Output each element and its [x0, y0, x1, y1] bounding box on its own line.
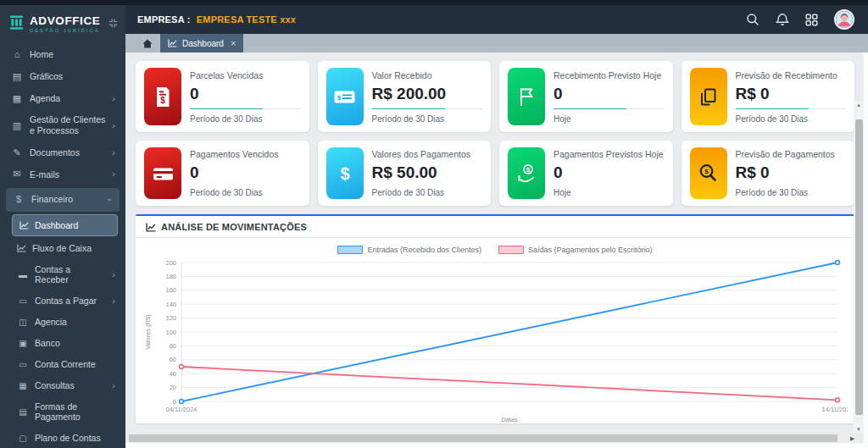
card-caption: Período de 30 Dias: [736, 188, 847, 197]
apps-grid-icon[interactable]: [805, 14, 818, 26]
card-value: 0: [190, 85, 301, 103]
sidebar-item-graficos[interactable]: ▤ Gráficos: [0, 66, 125, 88]
y-tick-label: 40: [170, 370, 176, 378]
sidebar-item-fluxo-de-caixa[interactable]: Fluxo de Caixa: [0, 238, 125, 259]
scroll-right-arrow[interactable]: ▶: [850, 435, 854, 442]
data-point: [180, 365, 184, 369]
search-icon[interactable]: [746, 13, 760, 26]
legend-label: Saídas (Pagamentos pelo Escritório): [528, 246, 653, 254]
money-icon: ▬: [17, 270, 29, 279]
sidebar-item-banco[interactable]: ▣ Banco: [0, 333, 125, 354]
sidebar-item-label: Agenda: [30, 93, 105, 104]
chart-icon: [17, 244, 26, 252]
chevron-right-icon: ›: [112, 380, 115, 390]
sidebar-item-label: Dashboard: [35, 220, 110, 230]
card-title: Pagamentos Previstos Hoje: [554, 149, 665, 159]
scroll-up-arrow[interactable]: ▲: [854, 102, 864, 108]
y-tick-label: 100: [165, 329, 176, 336]
sidebar-item-home[interactable]: ⌂ Home: [0, 44, 125, 66]
sidebar-item-agencia[interactable]: ◫ Agencia: [0, 312, 125, 333]
bell-icon[interactable]: [776, 13, 789, 26]
y-tick-label: 0: [173, 398, 176, 406]
vertical-scrollbar-thumb[interactable]: [855, 119, 863, 415]
sidebar-item-label: Contas a Pagar: [35, 296, 106, 306]
chevron-right-icon: ›: [112, 296, 115, 306]
sidebar-item-documentos[interactable]: ✎ Documentos ›: [0, 142, 125, 164]
card-caption: Período de 30 Dias: [372, 114, 483, 124]
y-tick-label: 120: [165, 314, 176, 322]
credit-card-icon: ▭: [17, 296, 29, 306]
sidebar-item-dashboard[interactable]: Dashboard: [12, 214, 118, 236]
card-value: 0: [554, 163, 665, 182]
card-pagamentos-vencidos: Pagamentos Vencidos 0 Período de 30 Dias: [136, 141, 309, 206]
card-valores-dos-pagamentos: $ Valores dos Pagamentos R$ 50.00 Períod…: [318, 141, 492, 206]
card-value: 0: [554, 85, 665, 103]
horizontal-scrollbar[interactable]: ▶: [125, 433, 861, 443]
card-recebimento-previsto-hoje: Recebimento Previsto Hoje 0 Hoje: [499, 61, 673, 132]
sidebar-item-label: Fluxo de Caixa: [32, 243, 117, 253]
legend-swatch-saidas: [498, 246, 524, 254]
sidebar-item-gestao-clientes[interactable]: ▥ Gestão de Clientes e Processos ›: [0, 109, 125, 141]
close-icon[interactable]: ×: [231, 38, 236, 48]
app: ADVOFFICE GESTÃO JURÍDICA ⌂ Home ▤ Gráfi…: [0, 5, 868, 448]
topbar: EMPRESA : EMPRESA TESTE xxx: [125, 5, 868, 34]
card-title: Recebimento Previsto Hoje: [554, 70, 665, 80]
copy-icon: [690, 68, 727, 125]
hand-coin-icon: $: [508, 147, 545, 199]
legend-saidas[interactable]: Saídas (Pagamentos pelo Escritório): [498, 246, 653, 254]
sidebar-item-plano-de-contas[interactable]: ▢ Plano de Contas: [0, 428, 125, 448]
legend-entradas[interactable]: Entradas (Recebido dos Clientes): [337, 246, 481, 254]
y-tick-label: 160: [165, 286, 176, 294]
card-title: Previsão de Pagamentos: [736, 149, 847, 159]
x-tick-label: 14/11/2024: [822, 406, 848, 413]
sidebar-item-formas-de-pagamento[interactable]: ▤ Formas de Pagamento: [0, 396, 125, 428]
y-tick-label: 140: [165, 301, 176, 308]
sidebar-item-label: Banco: [35, 338, 117, 348]
sidebar-item-label: Financeiro: [31, 194, 101, 205]
collapse-sidebar-icon[interactable]: [108, 17, 119, 32]
brand-tagline: GESTÃO JURÍDICA: [30, 29, 100, 34]
dashboard-content: $ Parcelas Vencidas 0 Período de 30 Dias…: [125, 53, 868, 448]
company-label: EMPRESA :: [137, 14, 191, 25]
divider: [372, 108, 483, 110]
svg-text:$: $: [704, 168, 709, 175]
sidebar-item-contas-a-pagar[interactable]: ▭ Contas a Pagar ›: [0, 290, 125, 312]
card-title: Valor Recebido: [372, 70, 483, 80]
file-icon: ▢: [17, 434, 29, 443]
x-tick-label: 04/11/2024: [166, 406, 198, 413]
svg-text:$: $: [340, 163, 349, 182]
sidebar-item-label: Consultas: [35, 380, 106, 390]
sidebar-item-agenda[interactable]: ▦ Agenda ›: [0, 88, 125, 110]
vertical-scrollbar[interactable]: ▲ ▼: [854, 101, 864, 434]
analysis-panel-body: Entradas (Recebido dos Clientes) Saídas …: [136, 238, 854, 423]
tab-dashboard[interactable]: Dashboard ×: [160, 34, 243, 53]
chevron-right-icon: ›: [112, 147, 115, 159]
sidebar-item-conta-corrente[interactable]: ▭ Conta Corrente: [0, 354, 125, 375]
right-edge-strip: [864, 53, 868, 448]
horizontal-scrollbar-thumb[interactable]: [129, 434, 837, 442]
sidebar-item-contas-a-receber[interactable]: ▬ Contas a Receber ›: [0, 259, 125, 290]
sidebar-item-label: Plano de Contas: [35, 433, 117, 443]
sidebar: ADVOFFICE GESTÃO JURÍDICA ⌂ Home ▤ Gráfi…: [0, 5, 125, 448]
y-tick-label: 180: [165, 273, 176, 280]
pillar-logo-icon: [8, 14, 25, 34]
data-point: [836, 261, 840, 265]
card-previsao-de-pagamentos: $ Previsão de Pagamentos R$ 0 Período de…: [682, 141, 855, 206]
sidebar-item-label: Home: [30, 49, 117, 60]
scroll-down-arrow[interactable]: ▼: [854, 427, 864, 432]
y-tick-label: 80: [170, 342, 176, 350]
home-icon: ⌂: [11, 49, 23, 61]
sidebar-item-emails[interactable]: ✉ E-mails ›: [0, 163, 125, 185]
user-avatar[interactable]: [834, 9, 854, 30]
data-point: [180, 400, 184, 404]
y-tick-label: 60: [170, 356, 176, 363]
chart-icon: [146, 223, 156, 232]
sidebar-item-label: E-mails: [30, 169, 105, 180]
home-tab-icon[interactable]: [142, 39, 153, 48]
sidebar-item-consultas[interactable]: ▦ Consultas ›: [0, 375, 125, 396]
sidebar-item-label: Formas de Pagamento: [35, 401, 117, 422]
tab-bar: Dashboard ×: [125, 34, 868, 53]
sidebar-item-financeiro[interactable]: $ Financeiro ›: [6, 188, 120, 212]
credit-card-icon: ▭: [17, 360, 29, 369]
chart-legend: Entradas (Recebido dos Clientes) Saídas …: [142, 243, 848, 257]
